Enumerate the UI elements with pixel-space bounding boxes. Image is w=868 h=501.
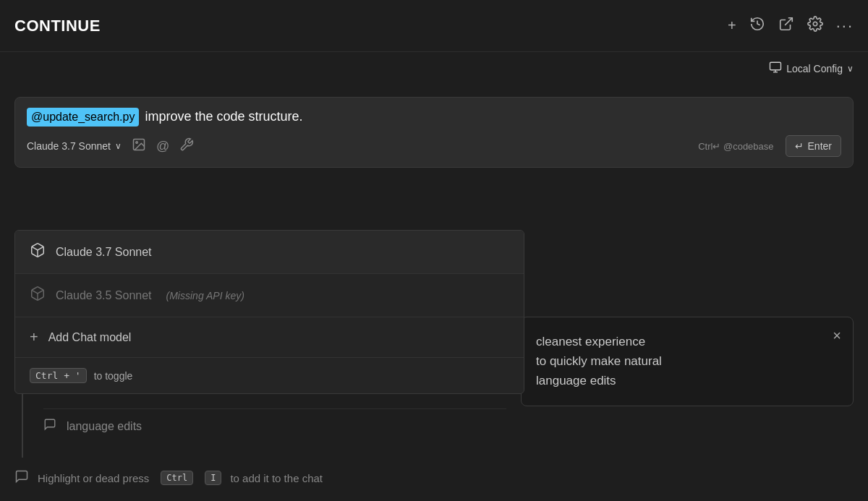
panel-line2: to quickly make natural xyxy=(536,354,662,368)
chat-icon xyxy=(43,418,56,434)
dropdown-item-label-2: Claude 3.5 Sonnet xyxy=(56,289,152,302)
at-icon[interactable]: @ xyxy=(156,139,169,154)
enter-button[interactable]: ↵ Enter xyxy=(786,135,841,157)
input-container[interactable]: @update_search.py improve the code struc… xyxy=(14,97,854,168)
close-icon[interactable]: × xyxy=(833,327,841,344)
image-icon[interactable] xyxy=(132,137,146,155)
panel-line1: cleanest experience xyxy=(536,335,645,348)
local-config-chevron: ∨ xyxy=(847,64,854,74)
model-chevron: ∨ xyxy=(115,141,122,151)
model-selector[interactable]: Claude 3.7 Sonnet ∨ xyxy=(27,140,122,152)
top-bar-actions: + ··· xyxy=(728,16,854,35)
svg-line-0 xyxy=(785,18,792,25)
highlight-icon xyxy=(14,469,29,487)
i-badge: I xyxy=(205,471,221,485)
model-label: Claude 3.7 Sonnet xyxy=(27,140,111,152)
dropdown-footer: Ctrl + ' to toggle xyxy=(15,358,524,393)
enter-label: Enter xyxy=(808,140,832,152)
local-config-selector[interactable]: Local Config ∨ xyxy=(769,61,854,77)
input-toolbar: Claude 3.7 Sonnet ∨ @ xyxy=(27,135,841,157)
dropdown-item-sub-2: (Missing API key) xyxy=(166,290,244,301)
top-bar: CONTINUE + ··· xyxy=(0,0,868,52)
dropdown-item-claude37[interactable]: Claude 3.7 Sonnet xyxy=(15,231,524,274)
more-icon[interactable]: ··· xyxy=(836,17,854,35)
input-toolbar-left: Claude 3.7 Sonnet ∨ @ xyxy=(27,137,194,155)
input-text: @update_search.py improve the code struc… xyxy=(27,108,841,127)
input-suffix: improve the code structure. xyxy=(145,108,302,126)
bottom-highlight-row: Highlight or dead press Ctrl I to add it… xyxy=(14,469,854,487)
app-title: CONTINUE xyxy=(14,17,101,35)
external-link-icon[interactable] xyxy=(778,16,794,35)
monitor-icon xyxy=(769,61,782,77)
bottom-item-1-text: language edits xyxy=(67,420,142,433)
sub-bar: Local Config ∨ xyxy=(0,52,868,85)
shortcut-hint: Ctrl↵ @codebase xyxy=(698,141,773,152)
cube-icon-2 xyxy=(30,286,46,305)
right-panel-content: cleanest experience to quickly make natu… xyxy=(536,332,838,391)
bottom-item-1: language edits xyxy=(43,408,506,443)
model-dropdown: Claude 3.7 Sonnet Claude 3.5 Sonnet (Mis… xyxy=(14,230,524,394)
svg-point-1 xyxy=(813,22,817,26)
settings-icon[interactable] xyxy=(807,16,823,35)
main-area: @update_search.py improve the code struc… xyxy=(0,85,868,179)
dropdown-add-model[interactable]: + Add Chat model xyxy=(15,317,524,358)
mention-tag[interactable]: @update_search.py xyxy=(27,108,139,127)
plus-icon: + xyxy=(30,329,38,346)
add-icon[interactable]: + xyxy=(728,17,736,34)
history-icon[interactable] xyxy=(749,16,765,35)
local-config-label: Local Config xyxy=(786,63,843,74)
left-border-indicator xyxy=(22,383,23,458)
cube-icon-1 xyxy=(30,242,46,262)
highlight-suffix: to add it to the chat xyxy=(230,472,323,484)
svg-rect-2 xyxy=(770,62,781,70)
panel-line3: language edits xyxy=(536,374,616,387)
tools-icon[interactable] xyxy=(179,137,194,155)
enter-icon: ↵ xyxy=(795,140,804,152)
svg-point-6 xyxy=(136,142,138,144)
bottom-area: language edits xyxy=(43,408,506,443)
dropdown-item-label-1: Claude 3.7 Sonnet xyxy=(56,246,152,259)
highlight-label: Highlight or dead press xyxy=(38,472,149,484)
dropdown-item-claude35[interactable]: Claude 3.5 Sonnet (Missing API key) xyxy=(15,274,524,317)
dropdown-add-label: Add Chat model xyxy=(48,331,132,344)
toggle-shortcut-text: to toggle xyxy=(94,370,133,382)
ctrl-badge: Ctrl xyxy=(161,471,193,485)
toggle-shortcut-key: Ctrl + ' xyxy=(30,368,87,383)
right-panel: × cleanest experience to quickly make na… xyxy=(521,317,854,406)
input-toolbar-right: Ctrl↵ @codebase ↵ Enter xyxy=(698,135,841,157)
